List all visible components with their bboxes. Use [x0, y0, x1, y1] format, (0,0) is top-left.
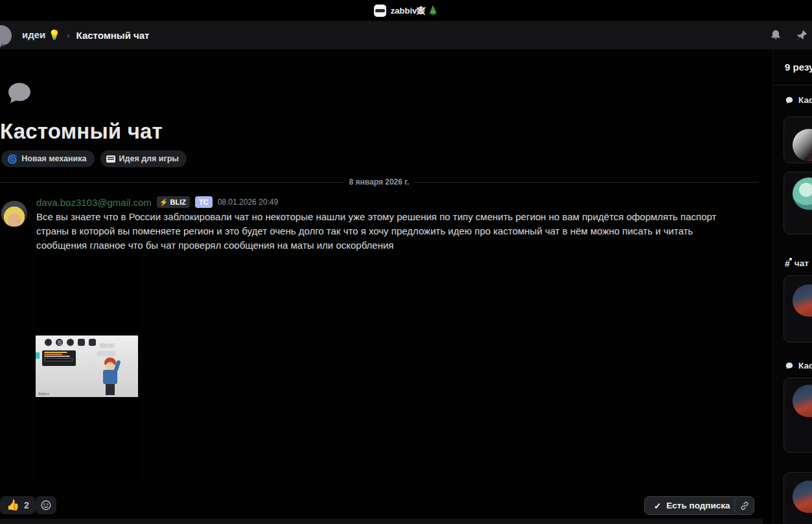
result-group-channel: # чат [785, 258, 809, 268]
notifications-bell-icon[interactable] [769, 29, 782, 42]
date-divider: 8 января 2026 г. [0, 176, 758, 188]
server-name: zabbiv🕸 🎄 [391, 6, 438, 16]
discord-forum-thread-view: zabbiv🕸 🎄 идеи 💡 › Кастомный чат Кастомн… [0, 0, 812, 524]
roblox-character [99, 358, 121, 396]
game-chat-overlay [42, 350, 76, 366]
attachment-image[interactable]: Guard Roblox [36, 253, 138, 479]
channel-header: идеи 💡 › Кастомный чат [0, 21, 812, 50]
tag-game-idea[interactable]: Идея для игры [100, 150, 187, 167]
result-avatar [793, 129, 812, 161]
result-group-thread: Кас [785, 361, 812, 370]
check-icon: ✓ [654, 501, 661, 511]
game-ui-button [78, 339, 85, 346]
game-ui-button [89, 339, 96, 346]
result-group-title: Кас [798, 95, 812, 105]
hashtag-icon: # [785, 259, 790, 268]
copy-link-button[interactable] [734, 496, 754, 515]
add-reaction-button[interactable] [36, 496, 56, 514]
search-result-card[interactable] [783, 472, 812, 524]
thread-title: Кастомный чат [0, 119, 163, 144]
result-group-title: Кас [798, 361, 812, 370]
reaction-thumbsup[interactable]: 👍 2 [0, 496, 36, 514]
reaction-count: 2 [24, 500, 29, 510]
badge-bliz-label: BLIZ [170, 198, 186, 206]
badge-bliz[interactable]: ⚡BLIZ [157, 196, 190, 208]
sidebar-divider [773, 85, 812, 85]
game-ui-button [45, 339, 52, 346]
subscribed-button[interactable]: ✓ Есть подписка [644, 496, 740, 515]
thumbsup-emoji: 👍 [6, 500, 19, 510]
search-results-sidebar: 9 резу Кас # чат Кас [772, 50, 812, 524]
result-avatar [793, 177, 812, 210]
link-icon [739, 501, 750, 511]
breadcrumb-forum-channel[interactable]: идеи 💡 [22, 29, 60, 41]
message-header: dava.boz3103@gmail.com ⚡BLIZ TC 08.01.20… [36, 196, 278, 208]
tag-new-mechanic[interactable]: 🌀 Новая механика [1, 150, 95, 167]
roblox-game-screenshot: Guard Roblox [36, 336, 138, 397]
chat-bubble-icon [785, 361, 794, 370]
server-emoji-icon [374, 5, 386, 17]
npc-action-button [97, 351, 115, 356]
badge-tc[interactable]: TC [195, 196, 213, 208]
header-actions [769, 21, 811, 50]
result-group-thread: Кас [785, 95, 812, 105]
pin-icon[interactable] [795, 29, 808, 42]
search-result-card[interactable] [783, 378, 812, 453]
result-group-title: чат [795, 258, 809, 268]
game-watermark: Roblox [38, 392, 49, 396]
thread-tags: 🌀 Новая механика Идея для игры [1, 150, 187, 167]
game-menu-button [56, 339, 63, 346]
keyboard-icon [106, 155, 115, 163]
author-username[interactable]: dava.boz3103@gmail.com [36, 197, 152, 208]
cyclone-icon: 🌀 [7, 155, 17, 163]
thread-chat-bubble-icon [5, 79, 34, 110]
breadcrumb-separator: › [67, 30, 69, 40]
author-avatar[interactable] [1, 201, 27, 227]
message-timestamp: 08.01.2026 20:49 [218, 198, 278, 207]
search-result-card[interactable] [783, 117, 812, 163]
date-divider-label: 8 января 2026 г. [344, 177, 415, 187]
result-avatar [793, 481, 812, 513]
tag-label: Новая механика [21, 154, 86, 163]
message-text: Все вы знаете что в России заблокировали… [36, 210, 721, 253]
tag-label: Идея для игры [119, 154, 179, 163]
game-ui-button [67, 339, 74, 346]
search-result-card[interactable] [783, 275, 812, 343]
search-result-card[interactable] [783, 172, 812, 234]
result-avatar [793, 284, 812, 317]
smiley-icon [40, 499, 52, 511]
result-avatar [793, 385, 812, 417]
chat-bubble-icon [785, 96, 794, 105]
lightning-icon: ⚡ [159, 198, 168, 207]
forum-channel-icon [0, 25, 12, 46]
npc-name-label: Guard [97, 343, 117, 348]
breadcrumb-thread-name: Кастомный чат [76, 30, 150, 41]
scene-detail [36, 352, 40, 359]
results-count: 9 резу [785, 62, 812, 73]
window-titlebar: zabbiv🕸 🎄 [0, 0, 812, 21]
subscribed-label: Есть подписка [666, 501, 730, 510]
message-input-edge[interactable] [0, 518, 763, 524]
